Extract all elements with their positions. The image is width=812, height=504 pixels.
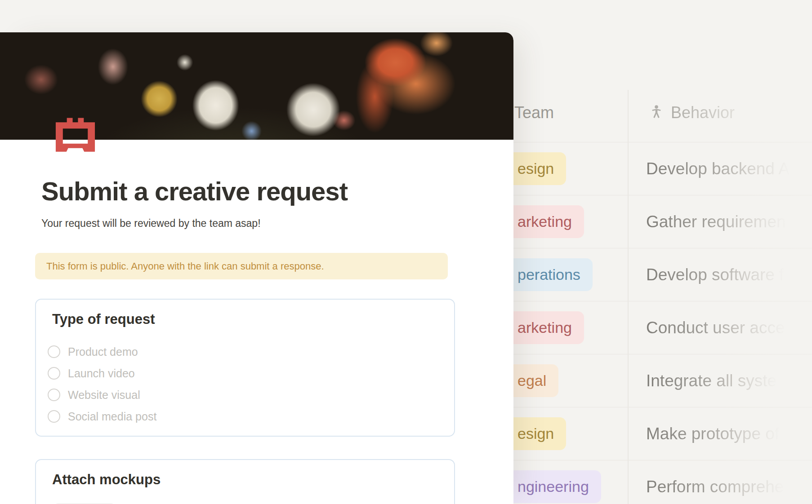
behavior-cell: Perform comprehe	[646, 460, 784, 504]
column-divider	[628, 90, 629, 504]
form-subtitle: Your request will be reviewed by the tea…	[41, 217, 261, 230]
table-row: esignMake prototype of	[513, 407, 812, 460]
radio-option[interactable]: Website visual	[36, 384, 454, 406]
radio-option-label: Social media post	[68, 410, 156, 423]
radio-circle-icon[interactable]	[48, 345, 60, 358]
column-header-behavior: Behavior	[648, 84, 735, 142]
column-header-behavior-label: Behavior	[671, 103, 735, 122]
radio-circle-icon[interactable]	[48, 410, 60, 423]
team-tag: esign	[513, 417, 566, 450]
team-tag: arketing	[513, 205, 584, 238]
radio-option-label: Website visual	[68, 389, 140, 402]
page: Team Behavior esignDevelop backend Aarke…	[0, 0, 812, 504]
radio-option[interactable]: Launch video	[36, 363, 454, 384]
public-form-notice-text: This form is public. Anyone with the lin…	[46, 261, 324, 272]
table-row: perationsDevelop software f	[513, 248, 812, 301]
frame-icon	[53, 117, 98, 156]
behavior-cell: Conduct user acce	[646, 301, 785, 354]
radio-option[interactable]: Social media post	[36, 406, 454, 427]
table-body: esignDevelop backend AarketingGather req…	[513, 142, 812, 504]
radio-option-label: Product demo	[68, 345, 138, 358]
table-header-row: Team Behavior	[513, 84, 812, 142]
form-card: Submit a creative request Your request w…	[0, 32, 513, 504]
behavior-cell: Develop software f	[646, 248, 784, 301]
public-form-notice: This form is public. Anyone with the lin…	[35, 253, 448, 279]
question-card-attach-mockups: Attach mockups	[35, 459, 455, 504]
table-row: arketingConduct user acce	[513, 301, 812, 354]
team-tag: arketing	[513, 311, 584, 344]
table-row: arketingGather requiremen	[513, 195, 812, 248]
radio-circle-icon[interactable]	[48, 367, 60, 380]
team-tag: egal	[513, 364, 558, 397]
team-tag: perations	[513, 258, 593, 291]
radio-option[interactable]: Product demo	[36, 341, 454, 363]
radio-option-label: Launch video	[68, 367, 135, 380]
table-row: ngineeringPerform comprehe	[513, 460, 812, 504]
team-tag: esign	[513, 152, 566, 185]
table-row: esignDevelop backend A	[513, 142, 812, 195]
background-table: Team Behavior esignDevelop backend Aarke…	[513, 84, 812, 504]
behavior-cell: Make prototype of	[646, 407, 779, 460]
question-title: Type of request	[52, 311, 155, 327]
form-title: Submit a creative request	[41, 175, 348, 208]
table-row: egalIntegrate all syste	[513, 354, 812, 407]
team-tag: ngineering	[513, 470, 601, 503]
column-header-team: Team	[514, 84, 554, 142]
radio-circle-icon[interactable]	[48, 389, 60, 401]
behavior-cell: Develop backend A	[646, 142, 790, 195]
question-title: Attach mockups	[52, 472, 161, 488]
radio-option-list: Product demoLaunch videoWebsite visualSo…	[36, 341, 454, 427]
behavior-cell: Integrate all syste	[646, 354, 776, 407]
person-icon	[648, 104, 665, 122]
question-card-type-of-request: Type of request Product demoLaunch video…	[35, 299, 455, 437]
behavior-cell: Gather requiremen	[646, 195, 786, 248]
